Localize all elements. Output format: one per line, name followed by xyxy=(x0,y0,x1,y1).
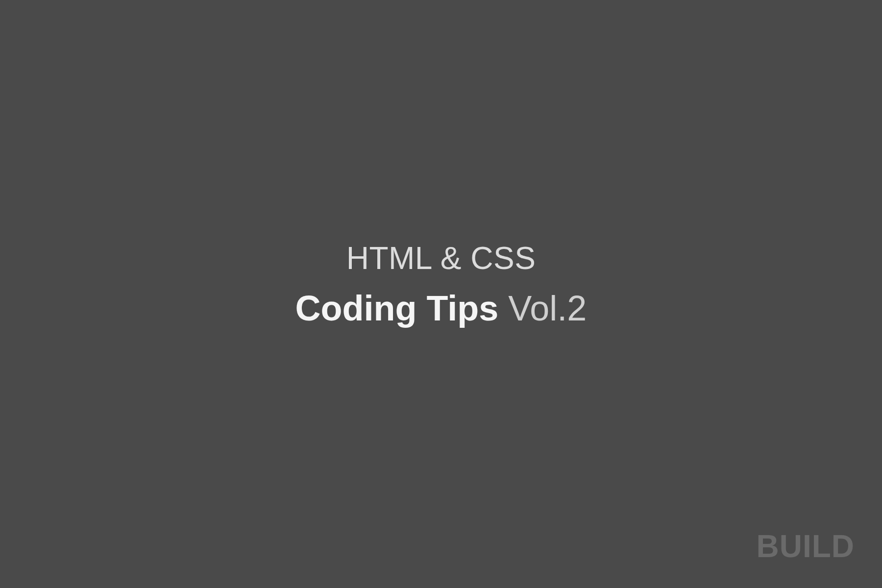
title-bold-text: Coding Tips xyxy=(295,289,499,328)
watermark-logo: BUILD xyxy=(756,528,855,564)
title-light-text: Vol.2 xyxy=(498,289,587,328)
title-block: HTML & CSS Coding Tips Vol.2 xyxy=(295,240,587,328)
title-line-2: Coding Tips Vol.2 xyxy=(295,288,587,328)
title-line-1: HTML & CSS xyxy=(295,240,587,276)
